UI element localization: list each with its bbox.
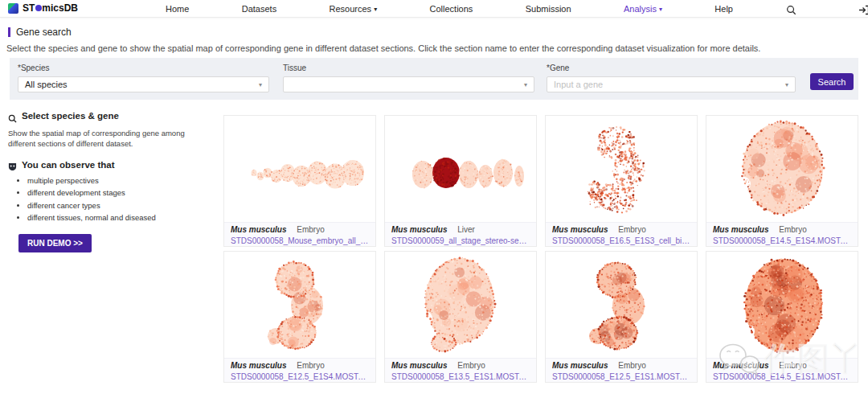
card-tissue: Embryo (779, 361, 806, 370)
gene-input-placeholder: Input a gene (554, 80, 603, 89)
card-tissue: Liver (457, 225, 475, 234)
title-accent-bar (8, 27, 10, 37)
card-dataset-link[interactable]: STDS0000058_E14.5_E1S4.MOSTA.h5ad (713, 236, 851, 246)
dataset-card: Mus musculus Embryo STDS0000058_E12.5_E1… (545, 251, 698, 383)
search-icon[interactable] (786, 4, 796, 14)
run-demo-button[interactable]: RUN DEMO >> (18, 234, 92, 252)
observe-item: different cancer types (27, 201, 214, 210)
nav-item-label: Resources (330, 4, 372, 14)
chevron-down-icon: ▾ (524, 81, 527, 88)
nav-item-label: Collections (430, 4, 473, 14)
card-species: Mus musculus (231, 225, 286, 234)
card-dataset-link[interactable]: STDS0000059_all_stage_stereo-seq.h5ad (391, 236, 530, 246)
card-footer: Mus musculus Embryo STDS0000058_E12.5_E1… (546, 358, 697, 382)
card-species: Mus musculus (713, 361, 768, 370)
chevron-down-icon: ▾ (374, 6, 377, 13)
chevron-down-icon: ▾ (659, 6, 662, 13)
card-dataset-link[interactable]: STDS0000058_E14.5_E1S1.MOSTA.h5ad (713, 371, 851, 382)
card-footer: Mus musculus Embryo STDS0000058_E16.5_E1… (546, 222, 697, 246)
spatial-map-image (385, 252, 536, 358)
nav-items: Home Datasets Resources ▾ Collections Su… (166, 0, 733, 18)
multi-stage-strip-plot (224, 117, 375, 222)
card-footer: Mus musculus Embryo STDS0000058_E14.5_E1… (706, 222, 858, 246)
dataset-card: Mus musculus Embryo STDS0000058_E16.5_E1… (545, 115, 698, 247)
oval-curl-light-plot (385, 252, 536, 358)
dataset-card: Mus musculus Embryo STDS0000058_E13.5_E1… (384, 251, 537, 383)
card-species: Mus musculus (391, 225, 447, 234)
gene-input[interactable]: Input a gene ▾ (547, 76, 796, 92)
gene-field: *Gene Input a gene ▾ (547, 64, 796, 92)
nav-item-resources[interactable]: Resources ▾ (330, 4, 378, 14)
spatial-map-image (224, 252, 375, 358)
species-select-value: All species (25, 80, 68, 89)
stomicsdb-logo[interactable]: STmicsDB (8, 2, 78, 14)
tissue-label: Tissue (283, 64, 534, 72)
card-dataset-link[interactable]: STDS0000058_E16.5_E1S3_cell_bin.h5ad (552, 236, 690, 246)
dataset-card: Mus musculus Embryo STDS0000058_E12.5_E1… (223, 251, 376, 383)
nav-item-label: Submission (526, 4, 571, 14)
dataset-card: Mus musculus Liver STDS0000059_all_stage… (384, 115, 537, 247)
spatial-map-image (706, 252, 858, 358)
card-dataset-link[interactable]: STDS0000058_E12.5_E1S4.MOSTA.h5ad (231, 371, 369, 382)
page-title-row: Gene search (8, 27, 72, 38)
species-label: *Species (18, 64, 269, 72)
search-form-panel: *Species All species ▾ Tissue ▾ *Gene In… (10, 58, 858, 100)
embryo-sparse-plot (546, 117, 697, 222)
card-species: Mus musculus (391, 361, 447, 370)
card-meta: Mus musculus Liver (391, 224, 530, 236)
nav-item-collections[interactable]: Collections (430, 4, 473, 14)
observe-item: different development stages (27, 188, 214, 197)
oval-dark-plot (706, 252, 858, 358)
card-tissue: Embryo (779, 225, 806, 234)
brand-name: STmicsDB (23, 2, 78, 14)
chevron-down-icon: ▾ (259, 81, 262, 88)
gene-search-page: STmicsDB Home Datasets Resources ▾ Colle… (0, 0, 868, 394)
top-navbar: STmicsDB Home Datasets Resources ▾ Colle… (0, 0, 868, 18)
embryo-medium-plot (546, 252, 697, 358)
dataset-card-grid: Mus musculus Embryo STDS0000058_Mouse_em… (223, 115, 858, 383)
spatial-map-image (385, 116, 536, 222)
nav-item-submission[interactable]: Submission (526, 4, 571, 14)
search-button[interactable]: Search (810, 73, 854, 90)
sidebar: Select species & gene Show the spatial m… (8, 111, 214, 252)
card-dataset-link[interactable]: STDS0000058_E13.5_E1S1.MOSTA.h5ad (391, 371, 530, 382)
liver-strip-plot (385, 117, 536, 222)
spatial-map-image (546, 116, 697, 222)
card-species: Mus musculus (552, 361, 608, 370)
card-meta: Mus musculus Embryo (231, 360, 369, 371)
card-dataset-link[interactable]: STDS0000058_Mouse_embryo_all_stage.h5ad (231, 236, 369, 246)
embryo-light-plot (224, 252, 375, 358)
card-footer: Mus musculus Embryo STDS0000058_Mouse_em… (224, 222, 375, 246)
card-meta: Mus musculus Embryo (713, 360, 851, 371)
card-footer: Mus musculus Liver STDS0000059_all_stage… (385, 222, 536, 246)
login-icon[interactable] (858, 4, 868, 14)
nav-item-datasets[interactable]: Datasets (242, 4, 276, 14)
nav-item-help[interactable]: Help (714, 4, 733, 14)
card-species: Mus musculus (552, 225, 608, 234)
species-select[interactable]: All species ▾ (18, 76, 269, 92)
card-tissue: Embryo (618, 361, 645, 370)
spatial-map-image (546, 252, 697, 358)
card-tissue: Embryo (457, 361, 485, 370)
chevron-down-icon: ▾ (785, 81, 788, 88)
nav-item-analysis[interactable]: Analysis ▾ (624, 4, 662, 14)
dataset-card: Mus musculus Embryo STDS0000058_E14.5_E1… (706, 115, 858, 247)
spatial-map-image (224, 116, 375, 222)
card-species: Mus musculus (231, 361, 286, 370)
observe-list: multiple perspectivesdifferent developme… (8, 176, 214, 223)
oval-light-plot (706, 117, 858, 222)
observe-item: different tissues, normal and diseased (27, 213, 214, 222)
gene-label: *Gene (547, 64, 796, 72)
observe-item: multiple perspectives (27, 176, 214, 185)
nav-item-label: Datasets (242, 4, 276, 14)
card-meta: Mus musculus Embryo (391, 360, 530, 371)
card-tissue: Embryo (618, 225, 645, 234)
tissue-select[interactable]: ▾ (283, 76, 534, 92)
card-meta: Mus musculus Embryo (713, 224, 851, 236)
nav-item-home[interactable]: Home (166, 4, 189, 14)
card-meta: Mus musculus Embryo (231, 224, 369, 236)
brand-logo-icon (8, 3, 18, 14)
observe-icon (8, 160, 17, 169)
nav-item-label: Home (166, 4, 189, 14)
card-dataset-link[interactable]: STDS0000058_E12.5_E1S1.MOSTA.h5ad (552, 371, 690, 382)
